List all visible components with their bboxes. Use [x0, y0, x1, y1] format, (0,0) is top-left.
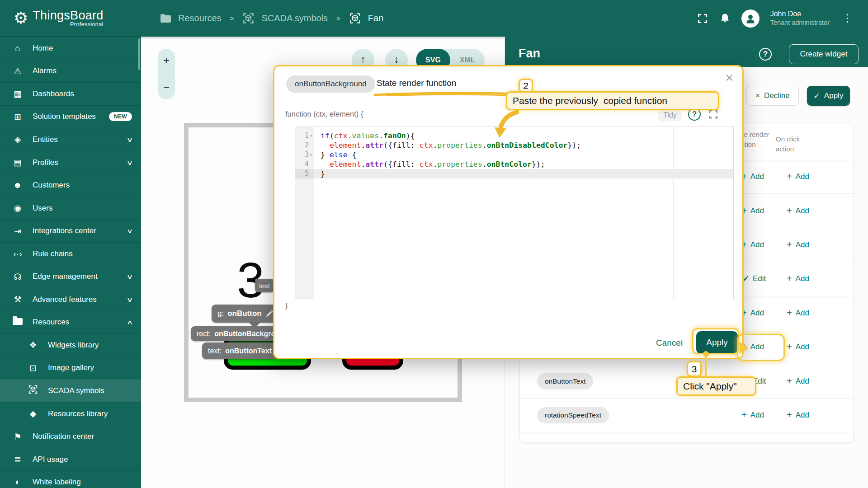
edit-button[interactable]: Edit [741, 274, 766, 283]
advanced-features-icon: ⚒ [12, 294, 24, 305]
avatar[interactable] [741, 9, 760, 28]
white-labeling-icon: ◐ [12, 477, 24, 487]
tidy-button[interactable]: Tidy [658, 109, 682, 122]
breadcrumb-scada-symbols[interactable]: SCADA symbols [261, 13, 328, 23]
element-tag-onbuttontext[interactable]: text: onButtonText [202, 343, 278, 359]
tag-name: onButton [227, 309, 262, 318]
add-button[interactable]: +Add [787, 274, 809, 284]
code-line-3[interactable]: 3▾} else { [295, 150, 733, 160]
apply-label: Apply [824, 91, 844, 100]
integrations-center-icon: ⇥ [12, 226, 24, 236]
sidebar-item-alarms[interactable]: ⚠Alarms [0, 60, 141, 83]
sidebar-item-advanced-features[interactable]: ⚒Advanced features∨ [0, 288, 141, 311]
api-usage-icon: ≣ [12, 454, 24, 465]
zoom-in-button[interactable]: + [163, 54, 170, 67]
add-button[interactable]: +Add [741, 410, 764, 420]
column-header-on-click-action: On click action [776, 134, 819, 154]
edge-management-icon: ☊ [12, 272, 24, 282]
sidebar: ⚙ ThingsBoard Professional ⌂Home⚠Alarms▦… [0, 0, 141, 488]
sidebar-item-label: Users [33, 204, 52, 213]
code-text: element.attr({fill: ctx.properties.onBtn… [314, 160, 545, 169]
create-widget-button[interactable]: Create widget [789, 44, 859, 64]
chevron-down-icon: ∨ [126, 136, 133, 143]
expand-editor-icon[interactable] [708, 109, 719, 120]
code-line-5[interactable]: 5▾} [295, 169, 733, 178]
add-button[interactable]: +Add [787, 342, 809, 352]
sidebar-item-image-gallery[interactable]: ⊡Image gallery [0, 357, 141, 380]
entities-icon: ◈ [12, 134, 24, 145]
sidebar-item-profiles[interactable]: ▤Profiles∨ [0, 151, 141, 174]
add-button[interactable]: +Add [787, 240, 809, 250]
element-tag-onbutton[interactable]: g: onButton [212, 305, 279, 323]
tag-type: text: [208, 347, 222, 355]
add-button[interactable]: +Add [787, 410, 809, 420]
zoom-out-button[interactable]: − [163, 81, 170, 94]
sidebar-item-label: Solution templates [33, 112, 96, 121]
dialog-close-icon[interactable]: × [725, 71, 733, 84]
add-button[interactable]: +Add [741, 206, 764, 216]
user-name: John Doe [770, 9, 830, 19]
help-icon[interactable]: ? [759, 48, 772, 61]
fullscreen-icon[interactable] [697, 13, 708, 24]
add-button[interactable]: +Add [787, 206, 809, 216]
breadcrumb-resources[interactable]: Resources [178, 13, 222, 23]
cancel-button[interactable]: Cancel [656, 338, 683, 348]
sidebar-item-notification-center[interactable]: ⚑Notification center [0, 425, 141, 448]
chevron-up-icon: ∧ [126, 319, 133, 326]
sidebar-item-scada-symbols[interactable]: SCADA symbols [0, 379, 141, 402]
sidebar-item-rule-chains[interactable]: ‹·›Rule chains [0, 242, 141, 265]
sidebar-item-edge-management[interactable]: ☊Edge management∨ [0, 265, 141, 288]
table-row-rotationspeedtext: rotationSpeedText+Add+Add [520, 399, 854, 432]
function-signature: function (ctx, element) { [285, 110, 363, 118]
decline-button[interactable]: × Decline [746, 86, 799, 106]
add-button[interactable]: +Add [741, 240, 764, 250]
tag-name: onButtonText [225, 347, 272, 355]
apply-button[interactable]: ✓ Apply [807, 86, 850, 106]
tag-type: g: [217, 309, 224, 318]
sidebar-item-integrations-center[interactable]: ⇥Integrations center∨ [0, 219, 141, 242]
users-icon: ◉ [12, 203, 24, 213]
code-editor[interactable]: 1▾if(ctx.values.fanOn){2▾ element.attr({… [295, 127, 734, 299]
tag-pill: rotationSpeedText [537, 407, 609, 423]
sidebar-item-resources[interactable]: Resources∧ [0, 311, 141, 334]
folder-icon [160, 14, 171, 23]
notifications-bell-icon[interactable] [719, 12, 731, 24]
sidebar-item-customers[interactable]: ☻Customers [0, 174, 141, 197]
scada-symbols-icon [27, 385, 39, 397]
add-button[interactable]: +Add [741, 172, 764, 182]
folder-icon [12, 317, 24, 327]
user-info[interactable]: John Doe Tenant administrator [770, 9, 830, 27]
sidebar-item-api-usage[interactable]: ≣API usage [0, 448, 141, 471]
add-button[interactable]: +Add [787, 308, 809, 318]
element-tag-text[interactable]: text [255, 279, 274, 292]
kebab-menu-icon[interactable]: ⋮ [840, 12, 854, 24]
customers-icon: ☻ [12, 180, 24, 190]
code-text: if(ctx.values.fanOn){ [314, 131, 415, 141]
sidebar-scrollbar[interactable] [138, 38, 140, 70]
topbar-shadow [141, 37, 505, 39]
add-button[interactable]: +Add [741, 308, 764, 318]
code-line-4[interactable]: 4▾ element.attr({fill: ctx.properties.on… [295, 160, 733, 169]
sidebar-item-solution-templates[interactable]: ⊞Solution templatesNEW [0, 105, 141, 128]
edit-pencil-icon[interactable] [265, 310, 274, 318]
sidebar-item-resources-library[interactable]: ◆Resources library [0, 402, 141, 425]
sidebar-item-users[interactable]: ◉Users [0, 197, 141, 220]
home-icon: ⌂ [12, 43, 24, 53]
chevron-down-icon: ∨ [126, 227, 133, 235]
sidebar-item-widgets-library[interactable]: ❖Widgets library [0, 333, 141, 357]
sidebar-item-label: Alarms [33, 66, 57, 75]
sidebar-item-white-labeling[interactable]: ◐White labeling [0, 470, 141, 488]
user-role: Tenant administrator [770, 19, 830, 27]
code-line-2[interactable]: 2▾ element.attr({fill: ctx.properties.on… [295, 141, 733, 150]
sidebar-item-home[interactable]: ⌂Home [0, 37, 141, 60]
brand-logo[interactable]: ⚙ ThingsBoard Professional [0, 0, 141, 37]
tab-state-render-function[interactable]: State render function [377, 78, 456, 88]
add-button[interactable]: +Add [787, 376, 809, 386]
sidebar-item-entities[interactable]: ◈Entities∨ [0, 128, 141, 151]
sidebar-item-label: Widgets library [48, 341, 99, 350]
breadcrumb-fan: Fan [368, 13, 383, 23]
person-icon [744, 12, 757, 25]
sidebar-item-dashboards[interactable]: ▦Dashboards [0, 82, 141, 105]
zoom-control: + − [158, 49, 175, 99]
add-button[interactable]: +Add [787, 172, 809, 182]
